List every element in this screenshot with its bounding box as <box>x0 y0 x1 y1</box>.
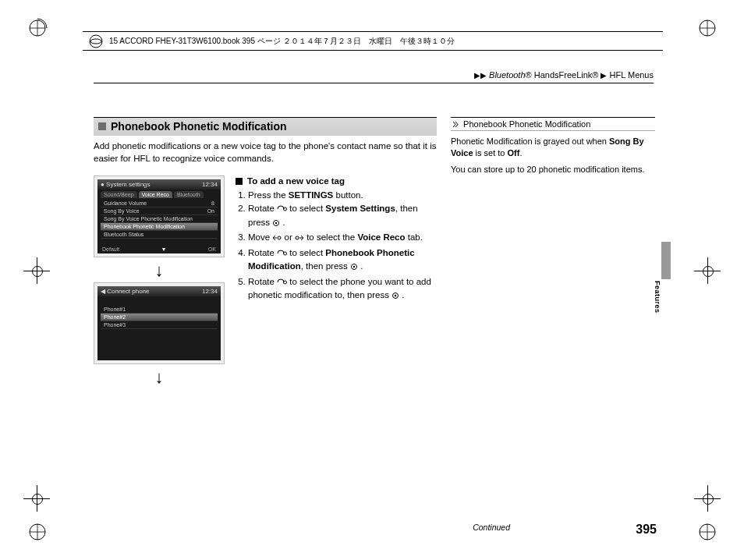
note-heading: Phonebook Phonetic Modification <box>451 118 655 131</box>
svg-point-12 <box>353 266 355 268</box>
chevron-down-icon: ▼ <box>161 246 167 252</box>
note-paragraph: Phonetic Modification is grayed out when… <box>451 136 655 159</box>
crop-mark-icon <box>27 17 48 39</box>
press-icon <box>272 218 280 231</box>
step-4: Rotate to select Phonebook Phonetic Modi… <box>248 247 437 275</box>
arrow-down-icon: ↓ <box>94 369 225 386</box>
section-intro: Add phonetic modifications or a new voic… <box>94 140 437 165</box>
svg-point-9 <box>296 236 299 239</box>
press-icon <box>350 262 358 275</box>
step-5: Rotate to select the phone you want to a… <box>248 276 437 303</box>
chevron-right-icon: ▶ <box>601 71 607 80</box>
crop-mark-icon <box>696 521 718 543</box>
svg-point-8 <box>278 236 281 239</box>
move-right-icon <box>295 233 304 246</box>
thumb-tab: Features <box>661 242 671 279</box>
crop-mark-icon <box>27 521 48 543</box>
chevron-right-icon <box>452 120 459 127</box>
breadcrumb: ▶▶ Bluetooth® HandsFreeLink® ▶ HFL Menus <box>474 70 654 80</box>
screenshot-system-settings: ● System settings 12:34 Sound/Beep Voice… <box>94 175 225 257</box>
svg-point-4 <box>90 35 102 48</box>
continued-label: Continued <box>473 523 510 532</box>
dial-icon <box>277 249 287 261</box>
section-header: Phonebook Phonetic Modification <box>94 117 437 136</box>
note-paragraph: You can store up to 20 phonetic modifica… <box>451 164 655 175</box>
crop-mark-icon <box>696 17 718 39</box>
step-3: Move or to select the Voice Reco tab. <box>248 232 437 246</box>
reg-mark-icon <box>23 257 50 284</box>
book-icon <box>87 33 105 50</box>
divider <box>94 83 654 83</box>
svg-point-7 <box>275 222 277 223</box>
dial-icon <box>277 278 287 290</box>
square-bullet-icon <box>236 178 243 185</box>
svg-point-15 <box>395 295 396 296</box>
chevron-right-icon: ▶▶ <box>474 71 487 80</box>
step-2: Rotate to select System Settings, then p… <box>248 203 437 230</box>
reg-mark-icon <box>694 485 721 512</box>
screenshot-connect-phone: ◀ Connect phone 12:34 Phone#1 Phone#2 Ph… <box>94 282 225 364</box>
book-meta-bar: 15 ACCORD FHEY-31T3W6100.book 395 ページ ２０… <box>83 31 663 51</box>
arrow-down-icon: ↓ <box>94 262 225 279</box>
step-1: Press the SETTINGS button. <box>248 190 437 202</box>
square-bullet-icon <box>98 122 106 130</box>
page-number: 395 <box>636 523 657 537</box>
move-left-icon <box>272 233 282 246</box>
thumb-tab-label: Features <box>654 281 661 299</box>
dial-icon <box>277 204 287 217</box>
reg-mark-icon <box>23 485 50 512</box>
steps-list: To add a new voice tag Press the SETTING… <box>236 175 437 389</box>
reg-mark-icon <box>694 257 721 284</box>
book-meta-text: 15 ACCORD FHEY-31T3W6100.book 395 ページ ２０… <box>109 36 455 47</box>
section-title: Phonebook Phonetic Modification <box>111 120 287 133</box>
press-icon <box>391 291 399 303</box>
